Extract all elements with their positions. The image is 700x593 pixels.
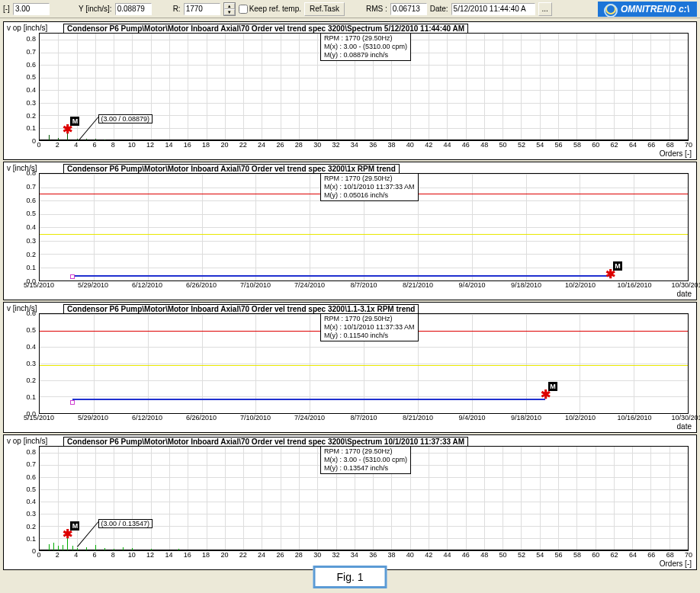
chart-xlabel: date (677, 422, 692, 431)
marker-callout: (3.00 / 0.13547) (98, 519, 153, 528)
chart-xticks: 5/15/20105/29/20106/12/20106/26/20107/10… (39, 414, 689, 423)
y-input[interactable] (115, 3, 152, 15)
spinner-down-icon[interactable]: ▼ (224, 9, 235, 15)
chart-yticks: 00.10.20.30.40.50.60.70.8 (4, 446, 37, 551)
bracket-input[interactable] (13, 3, 50, 15)
keep-ref-checkbox[interactable]: Keep ref. temp. (239, 5, 301, 14)
chart-yticks: 00.10.20.30.40.50.60.70.8 (4, 33, 37, 141)
r-input[interactable] (184, 3, 220, 15)
marker-label[interactable]: M (548, 382, 557, 391)
chart-xticks: 5/15/20105/29/20106/12/20106/26/20107/10… (39, 281, 689, 290)
r-spinner[interactable]: ▲ ▼ (223, 2, 236, 16)
date-input[interactable] (451, 3, 535, 15)
rms-input[interactable] (390, 3, 427, 15)
chart-ylabel: v op [inch/s] (7, 24, 47, 32)
chart-xlabel: Orders [-] (660, 149, 692, 158)
chart-0: v op [inch/s]Condensor P6 Pump\Motor\Mot… (3, 21, 697, 160)
marker-callout: (3.00 / 0.08879) (98, 114, 153, 123)
chart-2: v [inch/s]Condensor P6 Pump\Motor\Motor … (3, 302, 697, 433)
chart-legend: RPM : 1770 (29.50Hz)M(x) : 10/1/2010 11:… (320, 173, 419, 201)
spinner-up-icon[interactable]: ▲ (224, 3, 235, 9)
chart-ylabel: v op [inch/s] (7, 437, 47, 445)
marker-label[interactable]: M (70, 521, 79, 530)
chart-xlabel: date (677, 290, 692, 298)
figure-label: Fig. 1 (313, 566, 387, 573)
keep-ref-check[interactable] (239, 5, 248, 14)
chart-legend: RPM : 1770 (29.50Hz)M(x) : 3.00 - (5310.… (320, 446, 411, 474)
toolbar: [-] Y [inch/s]: R: ▲ ▼ Keep ref. temp. R… (0, 0, 700, 18)
bracket-label: [-] (3, 5, 10, 13)
rms-label: RMS : (366, 5, 387, 13)
trend-start-marker (70, 274, 75, 279)
marker-label[interactable]: M (613, 261, 622, 271)
trend-start-marker (70, 400, 75, 405)
chart-3: v op [inch/s]Condensor P6 Pump\Motor\Mot… (3, 434, 697, 570)
chart-xlabel: Orders [-] (660, 559, 692, 568)
brand-badge: OMNITREND c:\ (598, 2, 697, 17)
ref-task-button[interactable]: Ref.Task (304, 2, 345, 16)
r-label: R: (173, 5, 181, 13)
chart-legend: RPM : 1770 (29.50Hz)M(x) : 3.00 - (5310.… (320, 33, 411, 61)
chart-yticks: 0.00.10.20.30.40.50.6 (4, 313, 37, 414)
chart-xticks: 0246810121416182022242628303234363840424… (39, 141, 689, 150)
marker-label[interactable]: M (70, 117, 79, 126)
chart-1: v [inch/s]Condensor P6 Pump\Motor\Motor … (3, 162, 697, 300)
brand-logo-icon (605, 4, 616, 14)
date-browse-button[interactable]: ... (538, 2, 552, 16)
chart-xticks: 0246810121416182022242628303234363840424… (39, 551, 689, 560)
charts-area: v op [inch/s]Condensor P6 Pump\Motor\Mot… (0, 18, 700, 573)
date-label: Date: (430, 5, 448, 13)
chart-legend: RPM : 1770 (29.50Hz)M(x) : 10/1/2010 11:… (320, 313, 419, 341)
chart-yticks: 0.00.10.20.30.40.50.60.70.8 (4, 173, 37, 281)
y-label: Y [inch/s]: (79, 5, 112, 13)
